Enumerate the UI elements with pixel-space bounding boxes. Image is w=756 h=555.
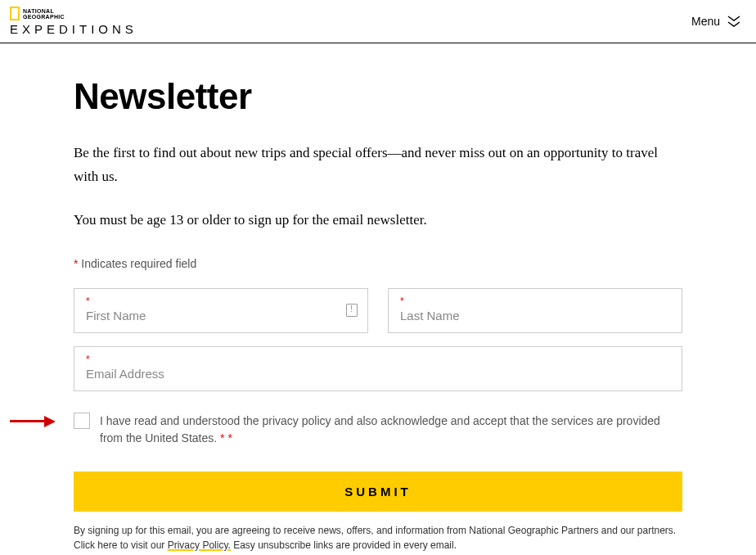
page-title: Newsletter (74, 76, 682, 117)
consent-text: I have read and understood the privacy p… (100, 413, 682, 447)
contact-card-icon (346, 304, 358, 317)
email-field[interactable]: * Email Address (74, 346, 682, 391)
age-note: You must be age 13 or older to sign up f… (74, 209, 682, 232)
brand-line3: EXPEDITIONS (10, 22, 137, 36)
double-chevron-down-icon (727, 14, 741, 29)
natgeo-rectangle-icon (10, 7, 20, 20)
intro-text: Be the first to find out about new trips… (74, 142, 682, 189)
main-content: Newsletter Be the first to find out abou… (0, 43, 756, 555)
footer-note: By signing up for this email, you are ag… (74, 523, 682, 553)
annotation-arrow-icon (10, 416, 56, 427)
brand-logo[interactable]: NATIONAL GEOGRAPHIC EXPEDITIONS (10, 7, 137, 36)
submit-button[interactable]: SUBMIT (74, 472, 682, 512)
privacy-policy-link[interactable]: Privacy Policy. (168, 539, 231, 551)
first-name-field[interactable]: * First Name (74, 288, 368, 333)
consent-row: I have read and understood the privacy p… (74, 413, 682, 447)
menu-label: Menu (691, 15, 720, 28)
required-mark: * (86, 296, 356, 307)
consent-checkbox[interactable] (74, 413, 90, 429)
first-name-placeholder: First Name (86, 309, 356, 323)
brand-line2: GEOGRAPHIC (23, 14, 65, 20)
required-mark: * (400, 296, 670, 307)
menu-button[interactable]: Menu (691, 14, 741, 29)
required-mark: * (86, 354, 670, 365)
required-note: * Indicates required field (74, 257, 682, 270)
last-name-field[interactable]: * Last Name (388, 288, 682, 333)
email-placeholder: Email Address (86, 367, 670, 381)
last-name-placeholder: Last Name (400, 309, 670, 323)
site-header: NATIONAL GEOGRAPHIC EXPEDITIONS Menu (0, 0, 756, 43)
brand-line1: NATIONAL (23, 8, 65, 14)
